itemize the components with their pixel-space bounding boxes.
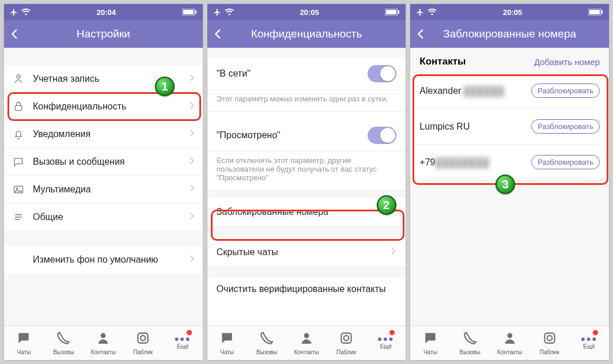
svg-rect-12 (398, 10, 399, 14)
svg-point-6 (16, 188, 18, 189)
tab-bar: Чаты Вызовы Контакты Паблик •••Ещё (207, 325, 406, 360)
svg-rect-17 (589, 10, 600, 14)
tab-more[interactable]: •••Ещё (366, 326, 406, 360)
row-calls-messages[interactable]: Вызовы и сообщения (4, 148, 203, 176)
navbar: Конфиденциальность (207, 20, 406, 48)
toggle-online[interactable] (368, 65, 396, 82)
more-icon: ••• (581, 336, 597, 342)
navbar: Заблокированные номера (410, 20, 609, 48)
chat-filled-icon (423, 331, 438, 348)
notification-badge (592, 329, 599, 336)
tab-bar: Чаты Вызовы Контакты Паблик •••Ещё (410, 325, 609, 360)
person-icon (502, 331, 517, 348)
row-clear-verified[interactable]: Очистить верифицированные контакты (207, 278, 406, 301)
chevron-right-icon (391, 247, 396, 257)
status-time: 20:04 (97, 8, 116, 17)
lock-icon (12, 100, 25, 113)
svg-rect-20 (544, 333, 554, 343)
row-media[interactable]: Мультимедиа (4, 176, 203, 203)
tab-public[interactable]: Паблик (529, 326, 569, 360)
navbar-title: Заблокированные номера (410, 28, 609, 40)
tab-bar: Чаты Вызовы Контакты Паблик •••Ещё (4, 325, 203, 360)
bell-icon (12, 128, 25, 141)
battery-icon (385, 9, 400, 16)
public-icon (542, 331, 557, 348)
tab-contacts[interactable]: Контакты (490, 326, 529, 360)
contact-row: Alexander ▓▓▓▓▓▓ Разблокировать (410, 73, 609, 109)
contact-name: +79▓▓▓▓▓▓▓▓ (419, 157, 489, 168)
screen-blocked: 20:05 Заблокированные номера Контакты До… (410, 3, 610, 361)
callout-1: 1 (155, 77, 175, 96)
wifi-icon (427, 9, 437, 16)
notification-badge (389, 329, 395, 336)
row-notifications[interactable]: Уведомления (4, 120, 203, 148)
more-icon: ••• (377, 336, 394, 342)
chat-icon (12, 156, 25, 168)
phone-icon (463, 331, 478, 348)
svg-point-9 (141, 336, 146, 341)
chevron-right-icon (189, 129, 195, 139)
status-bar: 20:05 (207, 4, 406, 20)
media-icon (12, 183, 25, 196)
svg-rect-14 (341, 333, 351, 343)
tab-calls[interactable]: Вызовы (247, 326, 287, 360)
public-icon (339, 331, 354, 348)
svg-point-15 (344, 336, 349, 341)
svg-point-13 (304, 333, 309, 338)
airplane-mode-icon (213, 8, 221, 16)
tab-chats[interactable]: Чаты (207, 326, 247, 360)
svg-point-19 (507, 333, 512, 338)
chat-filled-icon (220, 331, 234, 348)
add-number-button[interactable]: Добавить номер (534, 57, 600, 67)
toggle-seen[interactable] (368, 127, 396, 144)
section-header: Контакты Добавить номер (410, 48, 609, 73)
tab-more[interactable]: •••Ещё (163, 326, 203, 360)
chevron-right-icon (189, 184, 195, 195)
row-general[interactable]: Общие (4, 203, 203, 231)
row-blocked-numbers[interactable]: Заблокированные номера (207, 197, 406, 227)
tab-contacts[interactable]: Контакты (84, 326, 123, 360)
back-icon[interactable] (9, 20, 21, 48)
chevron-right-icon (189, 74, 195, 84)
callout-2: 2 (377, 195, 396, 215)
back-icon[interactable] (212, 20, 225, 48)
more-icon: ••• (175, 336, 191, 342)
unblock-button[interactable]: Разблокировать (531, 84, 600, 98)
tab-public[interactable]: Паблик (123, 326, 163, 360)
row-privacy[interactable]: Конфиденциальность (4, 93, 203, 120)
svg-rect-8 (138, 333, 148, 343)
chat-filled-icon (16, 331, 31, 348)
tab-public[interactable]: Паблик (326, 326, 366, 360)
unblock-button[interactable]: Разблокировать (531, 155, 600, 169)
tab-calls[interactable]: Вызовы (450, 326, 490, 360)
svg-point-3 (17, 74, 20, 78)
status-bar: 20:04 (4, 4, 203, 20)
battery-icon (182, 9, 197, 16)
svg-rect-11 (386, 10, 396, 14)
phone-icon (259, 331, 274, 348)
svg-rect-18 (601, 10, 603, 14)
tab-chats[interactable]: Чаты (4, 326, 44, 360)
tab-contacts[interactable]: Контакты (287, 326, 327, 360)
user-icon (12, 73, 25, 85)
svg-point-21 (547, 336, 552, 341)
chevron-right-icon (189, 101, 195, 112)
tab-chats[interactable]: Чаты (410, 326, 450, 360)
back-icon[interactable] (415, 20, 427, 48)
navbar-title: Настройки (4, 28, 203, 40)
row-change-background[interactable]: Изменить фон по умолчанию (4, 246, 203, 274)
wifi-icon (225, 9, 234, 16)
navbar-title: Конфиденциальность (207, 28, 406, 40)
svg-rect-4 (15, 105, 22, 110)
contact-name: Lumpics RU (419, 122, 470, 132)
tab-calls[interactable]: Вызовы (44, 326, 84, 360)
contact-name: Alexander ▓▓▓▓▓▓ (419, 86, 504, 96)
list-icon (12, 211, 25, 223)
chevron-right-icon (189, 212, 195, 222)
row-hidden-chats[interactable]: Скрытые чаты (207, 237, 406, 267)
tab-more[interactable]: •••Ещё (569, 326, 609, 360)
status-time: 20:05 (503, 8, 522, 17)
public-icon (135, 331, 150, 348)
screen-privacy: 20:05 Конфиденциальность "В сети" Этот п… (207, 3, 407, 361)
unblock-button[interactable]: Разблокировать (531, 119, 600, 134)
